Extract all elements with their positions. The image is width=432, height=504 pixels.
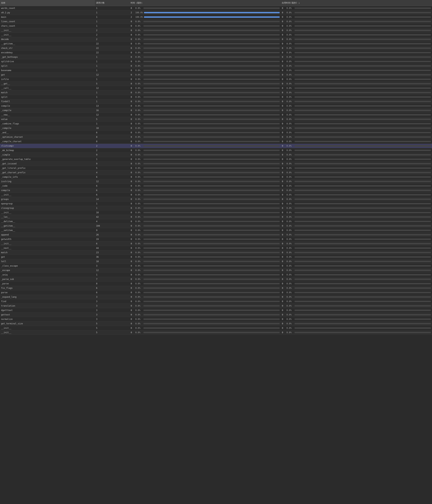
table-row[interactable]: __init__500.0%00.0% — [0, 330, 432, 335]
table-row[interactable]: get1200.0%00.0% — [0, 73, 432, 77]
table-row[interactable]: __init__500.0%00.0% — [0, 326, 432, 330]
table-row[interactable]: _escape1200.0%00.0% — [0, 268, 432, 273]
row-name: split — [0, 64, 95, 68]
header-name[interactable]: 名称 — [0, 0, 95, 6]
row-selftime: 00.0% — [281, 264, 432, 268]
table-row[interactable]: _parse800.0%00.0% — [0, 281, 432, 286]
table-row[interactable]: _get_literal_prefix500.0%00.0% — [0, 166, 432, 171]
table-row[interactable]: __new__1200.0%00.0% — [0, 113, 432, 117]
table-row[interactable]: isfile100.0%00.0% — [0, 77, 432, 81]
row-selftime: 00.0% — [281, 153, 432, 157]
table-row[interactable]: normalize300.0%00.0% — [0, 317, 432, 322]
row-time: 00.0% — [130, 157, 281, 162]
row-time: 00.0% — [130, 37, 281, 42]
table-row[interactable]: translation300.0%00.0% — [0, 304, 432, 308]
table-row[interactable]: _code600.0%00.0% — [0, 184, 432, 188]
row-time: 00.0% — [130, 95, 281, 99]
row-selftime: 00.0% — [281, 255, 432, 259]
table-row[interactable]: _mk_bitmap200.0%00.0% — [0, 148, 432, 153]
row-time: 00.0% — [130, 171, 281, 175]
row-calls: 6 — [95, 130, 130, 135]
table-row[interactable]: compile600.0%00.0% — [0, 188, 432, 193]
row-time: 00.0% — [130, 193, 281, 197]
table-row[interactable]: __getitem__2200.0%00.0% — [0, 42, 432, 46]
table-row[interactable]: parse600.0%00.0% — [0, 290, 432, 295]
table-row[interactable]: getwidth1900.0%00.0% — [0, 237, 432, 242]
table-row[interactable]: __setitem__900.0%00.0% — [0, 228, 432, 233]
table-row[interactable]: _uniq100.0%00.0% — [0, 273, 432, 277]
table-row[interactable]: main12100.0%00.0% — [0, 15, 432, 19]
table-row[interactable]: basename100.0%00.0% — [0, 68, 432, 73]
table-row[interactable]: __next__4400.0%00.0% — [0, 246, 432, 250]
table-row[interactable]: groups1400.0%00.0% — [0, 197, 432, 202]
table-row[interactable]: decode200.0%00.0% — [0, 37, 432, 42]
table-row[interactable]: check_str2200.0%00.0% — [0, 46, 432, 50]
row-name: getwidth — [0, 237, 95, 242]
table-row[interactable]: _simple900.0%00.0% — [0, 153, 432, 157]
table-row[interactable]: __init__600.0%00.0% — [0, 242, 432, 246]
table-row[interactable]: findall100.0%00.0% — [0, 99, 432, 104]
table-row[interactable]: compile1300.0%00.0% — [0, 104, 432, 108]
table-row[interactable]: _parse_sub700.0%00.0% — [0, 277, 432, 281]
table-row[interactable]: _compile1800.0%00.0% — [0, 126, 432, 130]
table-row[interactable]: _combine_flags100.0%00.0% — [0, 122, 432, 126]
table-row[interactable]: find300.0%00.0% — [0, 299, 432, 304]
table-row[interactable]: closegroup100.0%00.0% — [0, 206, 432, 210]
table-row[interactable]: __init__200.0%00.0% — [0, 33, 432, 37]
table-row[interactable]: chars_count100.0%00.0% — [0, 24, 432, 28]
table-row[interactable]: _class_escape300.0%00.0% — [0, 264, 432, 268]
table-row[interactable]: __delitem__400.0%00.0% — [0, 219, 432, 224]
table-row[interactable]: _get_iscased900.0%00.0% — [0, 162, 432, 166]
table-row[interactable]: splitdrive100.0%00.0% — [0, 59, 432, 64]
table-row[interactable]: get_terminal_size500.0%00.0% — [0, 322, 432, 326]
table-row[interactable]: _get_bothseps100.0%00.0% — [0, 55, 432, 59]
table-row[interactable]: _expand_lang300.0%00.0% — [0, 295, 432, 299]
table-row[interactable]: lines_count100.0%00.0% — [0, 19, 432, 24]
row-time: 00.0% — [130, 108, 281, 113]
header-selftime[interactable]: 自用时间(毫秒) ↓ — [281, 0, 432, 6]
table-row[interactable]: _compile_info600.0%00.0% — [0, 175, 432, 179]
table-row[interactable]: tell1800.0%00.0% — [0, 259, 432, 264]
header-time[interactable]: 时间（毫秒） — [130, 0, 281, 6]
table-row[interactable]: v0.2.py12100.0%00.0% — [0, 10, 432, 15]
table-row[interactable]: __call__1200.0%00.0% — [0, 86, 432, 90]
table-row[interactable]: isstring1200.0%00.0% — [0, 179, 432, 184]
table-row[interactable]: _generate_overlap_table100.0%00.0% — [0, 157, 432, 162]
table-row[interactable]: __init__200.0%00.0% — [0, 28, 432, 33]
table-row[interactable]: __get__500.0%00.0% — [0, 81, 432, 86]
table-row[interactable]: value500.0%00.0% — [0, 117, 432, 122]
table-row[interactable]: __init__1800.0%00.0% — [0, 210, 432, 215]
row-name: opengroup — [0, 202, 95, 206]
table-row[interactable]: _get_charset_prefix400.0%00.0% — [0, 171, 432, 175]
table-row[interactable]: split100.0%00.0% — [0, 95, 432, 99]
header-calls[interactable]: 调用计数 — [95, 0, 130, 6]
table-row[interactable]: __init__600.0%00.0% — [0, 193, 432, 197]
table-row[interactable]: <listcomp>200.0%00.0% — [0, 144, 432, 148]
table-row[interactable]: dgetttext300.0%00.0% — [0, 308, 432, 313]
table-row[interactable]: fix_flags600.0%00.0% — [0, 286, 432, 290]
row-selftime: 00.0% — [281, 73, 432, 77]
row-name: _get_charset_prefix — [0, 171, 95, 175]
table-row[interactable]: words_count100.0%00.0% — [0, 6, 432, 10]
table-row[interactable]: get3600.0%00.0% — [0, 255, 432, 259]
table-row[interactable]: _compile_charset800.0%00.0% — [0, 139, 432, 144]
table-row[interactable]: _compile1600.0%00.0% — [0, 108, 432, 113]
table-row[interactable]: opengroup100.0%00.0% — [0, 202, 432, 206]
row-selftime: 00.0% — [281, 6, 432, 10]
row-calls: 5 — [95, 326, 130, 330]
table-row[interactable]: gettext300.0%00.0% — [0, 313, 432, 317]
row-time: 00.0% — [130, 273, 281, 277]
table-row[interactable]: _and__600.0%00.0% — [0, 130, 432, 135]
row-time: 00.0% — [130, 81, 281, 86]
table-row[interactable]: _optimize_charset800.0%00.0% — [0, 135, 432, 139]
table-row[interactable]: __len__4200.0%00.0% — [0, 215, 432, 219]
table-row[interactable]: append2600.0%00.0% — [0, 233, 432, 237]
table-row[interactable]: match100.0%00.0% — [0, 90, 432, 95]
row-selftime: 00.0% — [281, 135, 432, 139]
table-row[interactable]: match2300.0%00.0% — [0, 250, 432, 255]
table-row[interactable]: split100.0%00.0% — [0, 64, 432, 68]
row-selftime: 00.0% — [281, 104, 432, 108]
table-row[interactable]: __getitem__10400.0%00.0% — [0, 224, 432, 228]
row-name: _class_escape — [0, 264, 95, 268]
table-row[interactable]: encodekey2200.0%00.0% — [0, 50, 432, 55]
